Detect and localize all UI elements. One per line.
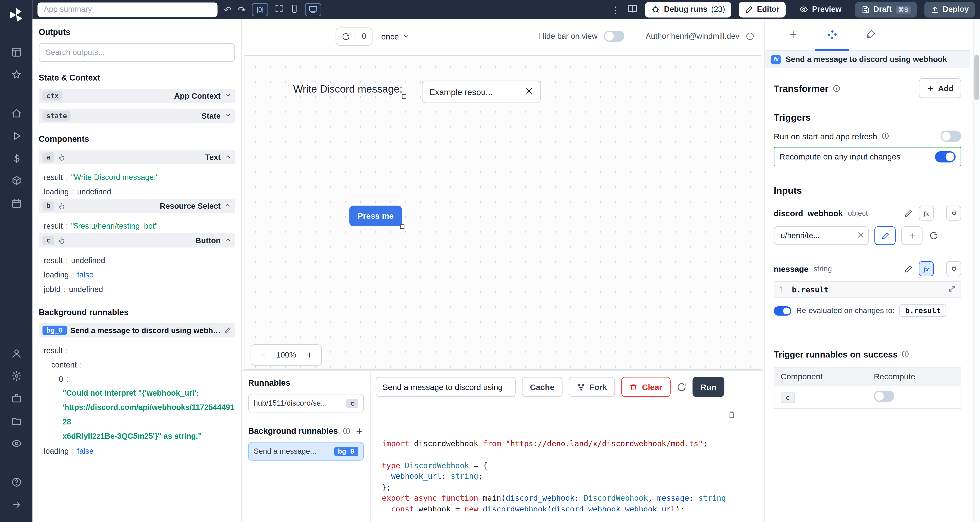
plug-connect-icon[interactable]: [946, 261, 961, 276]
clear-value-icon[interactable]: [857, 231, 864, 240]
tab-component-settings[interactable]: [813, 19, 851, 50]
scrollbar-thumb[interactable]: [974, 55, 978, 100]
state-type-label: State: [202, 111, 221, 121]
run-mode-dropdown[interactable]: once: [381, 32, 410, 41]
hand-pointer-icon[interactable]: [58, 237, 65, 244]
undo-icon[interactable]: ↶: [224, 5, 232, 14]
chevron-down-icon[interactable]: [224, 111, 231, 121]
info-icon[interactable]: [902, 350, 910, 359]
expand-editor-icon[interactable]: [948, 285, 956, 294]
info-icon[interactable]: [881, 132, 890, 141]
chevron-up-icon[interactable]: [224, 153, 231, 162]
edit-pencil-icon[interactable]: [224, 327, 231, 334]
docs-book-icon[interactable]: [628, 4, 638, 15]
resize-handle[interactable]: [400, 224, 404, 229]
component-row-a[interactable]: a Text: [39, 150, 235, 164]
plus-icon: [926, 84, 934, 92]
recompute-c-toggle[interactable]: [874, 391, 894, 402]
tab-styling[interactable]: [851, 19, 890, 50]
runnable-name-input[interactable]: Send a message to discord using: [375, 377, 515, 397]
redo-icon[interactable]: ↷: [238, 5, 246, 14]
settings-gear-icon[interactable]: [0, 366, 32, 385]
text-component[interactable]: Write Discord message:: [292, 82, 404, 96]
resource-select-component[interactable]: Example resou...: [422, 81, 541, 103]
home-icon[interactable]: [0, 103, 32, 123]
zoom-out-button[interactable]: [254, 351, 273, 359]
kebab-menu-icon[interactable]: ⋮: [611, 5, 620, 14]
code-content[interactable]: import discordwebhook from "https://deno…: [375, 406, 765, 511]
add-transformer-button[interactable]: Add: [918, 78, 961, 98]
collapse-sidebar-icon[interactable]: [0, 495, 32, 514]
app-summary-input[interactable]: [37, 2, 217, 17]
runs-icon[interactable]: [0, 126, 32, 145]
app-canvas[interactable]: Write Discord message: Example resou... …: [243, 55, 761, 370]
recompute-toggle[interactable]: [935, 151, 956, 162]
edit-pencil-icon[interactable]: [900, 205, 916, 221]
transformer-title: Transformer: [774, 83, 841, 94]
draft-button[interactable]: Draft ⌘S: [855, 2, 917, 17]
button-component[interactable]: Press me: [349, 205, 402, 226]
search-outputs-input[interactable]: [39, 43, 235, 62]
add-resource-button[interactable]: [901, 226, 923, 245]
user-icon[interactable]: [0, 344, 32, 363]
resource-value-input[interactable]: [774, 226, 869, 245]
background-runnable-row[interactable]: bg_0 Send a message to discord using web…: [39, 323, 235, 337]
cache-button[interactable]: Cache: [522, 377, 563, 397]
reeval-toggle[interactable]: [774, 306, 791, 315]
preview-button[interactable]: Preview: [793, 2, 848, 17]
hand-pointer-icon[interactable]: [58, 202, 65, 210]
deploy-button[interactable]: Deploy: [925, 2, 975, 17]
clear-button[interactable]: Clear: [621, 377, 670, 397]
scrollbar-track[interactable]: [973, 19, 980, 522]
message-expression-editor[interactable]: 1 b.result: [774, 281, 961, 298]
runnable-item[interactable]: hub/1511/discord/se... c: [248, 394, 364, 413]
refresh-icon[interactable]: [336, 32, 355, 40]
variables-icon[interactable]: [0, 149, 32, 168]
favorites-star-icon[interactable]: [0, 65, 32, 84]
resources-icon[interactable]: [0, 171, 32, 190]
editor-button[interactable]: Editor: [739, 2, 786, 17]
refresh-resource-icon[interactable]: [929, 231, 938, 240]
copy-code-icon[interactable]: [727, 411, 736, 422]
chevron-down-icon[interactable]: [224, 91, 231, 100]
plug-connect-icon[interactable]: [946, 205, 961, 221]
debug-runs-button[interactable]: Debug runs (23): [645, 2, 731, 17]
info-icon[interactable]: [832, 84, 841, 92]
clear-selection-icon[interactable]: [525, 87, 533, 97]
chevron-up-icon[interactable]: [224, 236, 231, 245]
refresh-icon[interactable]: [677, 382, 686, 392]
zoom-in-button[interactable]: [300, 351, 319, 359]
dashboard-icon[interactable]: [0, 43, 32, 61]
fx-mode-icon[interactable]: fx: [919, 205, 934, 221]
refresh-count-group[interactable]: 0: [336, 27, 372, 45]
workspace-icon[interactable]: [0, 389, 32, 407]
eye-icon[interactable]: [0, 434, 32, 453]
state-row[interactable]: state State: [39, 109, 235, 123]
resize-handle[interactable]: [402, 94, 406, 99]
run-on-start-toggle[interactable]: [940, 130, 961, 142]
hand-pointer-icon[interactable]: [58, 153, 65, 161]
edit-pencil-icon[interactable]: [900, 261, 916, 276]
desktop-view-icon[interactable]: [305, 3, 321, 16]
run-button[interactable]: Run: [692, 377, 724, 397]
fork-button[interactable]: Fork: [569, 377, 615, 397]
component-row-c[interactable]: c Button: [39, 233, 235, 248]
chevron-up-icon[interactable]: [224, 201, 231, 210]
ctx-row[interactable]: ctx App Context: [39, 89, 235, 103]
columns-layout-icon[interactable]: |0|: [252, 3, 268, 16]
info-icon[interactable]: [342, 427, 352, 435]
windmill-logo[interactable]: [0, 6, 32, 24]
add-background-runnable-button[interactable]: [355, 427, 364, 435]
edit-resource-button[interactable]: [874, 226, 896, 245]
mobile-view-icon[interactable]: [290, 4, 299, 14]
fx-mode-icon[interactable]: fx: [919, 261, 934, 276]
schedules-icon[interactable]: [0, 194, 32, 213]
background-runnable-item-selected[interactable]: Send a message... bg_0: [248, 442, 364, 461]
hide-bar-toggle[interactable]: [604, 30, 624, 42]
fullscreen-icon[interactable]: [275, 4, 284, 15]
help-icon[interactable]: [0, 473, 32, 492]
tab-insert-component[interactable]: [774, 19, 813, 50]
info-icon[interactable]: [746, 32, 754, 41]
folders-icon[interactable]: [0, 411, 32, 430]
component-row-b[interactable]: b Resource Select: [39, 199, 235, 213]
